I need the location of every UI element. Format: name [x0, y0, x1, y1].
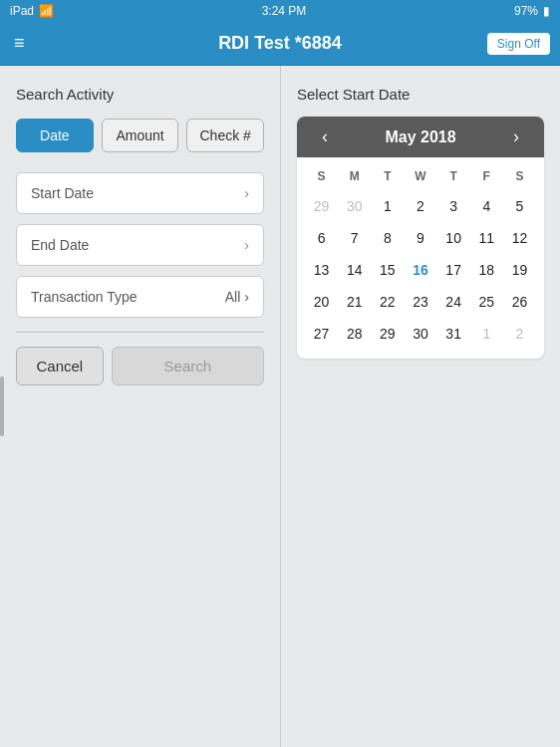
calendar-day[interactable]: 19 — [503, 255, 536, 285]
calendar-day[interactable]: 3 — [437, 191, 470, 221]
calendar-day[interactable]: 27 — [305, 319, 338, 349]
calendar-day[interactable]: 22 — [371, 287, 404, 317]
dow-wed: W — [404, 165, 436, 187]
calendar-week-3: 13141516171819 — [305, 255, 536, 285]
tab-check[interactable]: Check # — [186, 119, 264, 152]
divider — [16, 332, 264, 333]
calendar-day[interactable]: 20 — [305, 287, 338, 317]
calendar-week-1: 293012345 — [305, 191, 536, 221]
calendar-day[interactable]: 8 — [371, 223, 404, 253]
search-type-tabs: Date Amount Check # — [16, 119, 264, 152]
transaction-type-label: Transaction Type — [31, 289, 138, 305]
transaction-type-value: All › — [225, 289, 249, 305]
calendar-day[interactable]: 24 — [437, 287, 470, 317]
status-bar: iPad 📶 3:24 PM 97% ▮ — [0, 0, 560, 22]
days-of-week-row: S M T W T F S — [305, 165, 536, 187]
calendar-day[interactable]: 1 — [371, 191, 404, 221]
calendar-day[interactable]: 31 — [437, 319, 470, 349]
dow-sun: S — [305, 165, 338, 187]
tab-date[interactable]: Date — [16, 119, 94, 152]
calendar-day[interactable]: 10 — [437, 223, 470, 253]
end-date-label: End Date — [31, 237, 89, 253]
calendar-day[interactable]: 15 — [371, 255, 404, 285]
calendar-header: ‹ May 2018 › — [297, 117, 544, 157]
dow-tue: T — [371, 165, 404, 187]
calendar-month-year: May 2018 — [385, 128, 455, 146]
action-buttons: Cancel Search — [16, 347, 264, 385]
main-content: Search Activity Date Amount Check # Star… — [0, 66, 560, 747]
calendar-day[interactable]: 26 — [503, 287, 536, 317]
calendar-day[interactable]: 30 — [338, 191, 371, 221]
calendar-day[interactable]: 4 — [470, 191, 503, 221]
header-title: RDI Test *6884 — [218, 33, 342, 54]
calendar-day[interactable]: 2 — [404, 191, 436, 221]
calendar: ‹ May 2018 › S M T W T F S 2930123456789… — [297, 117, 544, 359]
calendar-day[interactable]: 11 — [470, 223, 503, 253]
battery-icon: ▮ — [543, 4, 550, 18]
calendar-week-5: 272829303112 — [305, 319, 536, 349]
tab-amount[interactable]: Amount — [102, 119, 179, 152]
calendar-day[interactable]: 17 — [437, 255, 470, 285]
calendar-day[interactable]: 1 — [470, 319, 503, 349]
calendar-day[interactable]: 29 — [305, 191, 338, 221]
sign-off-button[interactable]: Sign Off — [487, 33, 550, 55]
wifi-icon: 📶 — [39, 4, 54, 18]
transaction-type-chevron-icon: › — [244, 289, 249, 305]
calendar-day[interactable]: 12 — [503, 223, 536, 253]
dow-fri: F — [470, 165, 503, 187]
calendar-day[interactable]: 28 — [338, 319, 371, 349]
calendar-weeks: 2930123456789101112131415161718192021222… — [305, 191, 536, 349]
dow-thu: T — [437, 165, 470, 187]
left-handle — [0, 376, 4, 436]
prev-month-button[interactable]: ‹ — [313, 126, 337, 147]
right-panel: Select Start Date ‹ May 2018 › S M T W T… — [281, 66, 560, 747]
calendar-day[interactable]: 16 — [404, 255, 436, 285]
start-date-label: Start Date — [31, 185, 94, 201]
calendar-day[interactable]: 13 — [305, 255, 338, 285]
calendar-day[interactable]: 9 — [404, 223, 436, 253]
start-date-field[interactable]: Start Date › — [16, 172, 264, 214]
search-activity-title: Search Activity — [16, 86, 264, 103]
menu-icon[interactable]: ≡ — [14, 33, 25, 54]
device-label: iPad — [10, 4, 34, 18]
calendar-day[interactable]: 18 — [470, 255, 503, 285]
calendar-day[interactable]: 29 — [371, 319, 404, 349]
calendar-day[interactable]: 5 — [503, 191, 536, 221]
next-month-button[interactable]: › — [504, 126, 528, 147]
calendar-day[interactable]: 6 — [305, 223, 338, 253]
app-header: ≡ RDI Test *6884 Sign Off — [0, 22, 560, 66]
calendar-section-title: Select Start Date — [297, 86, 544, 103]
calendar-day[interactable]: 7 — [338, 223, 371, 253]
dow-sat: S — [503, 165, 536, 187]
status-right: 97% ▮ — [514, 4, 550, 18]
calendar-week-2: 6789101112 — [305, 223, 536, 253]
calendar-day[interactable]: 2 — [503, 319, 536, 349]
time-display: 3:24 PM — [262, 4, 307, 18]
left-panel: Search Activity Date Amount Check # Star… — [0, 66, 281, 747]
dow-mon: M — [338, 165, 371, 187]
calendar-day[interactable]: 25 — [470, 287, 503, 317]
calendar-week-4: 20212223242526 — [305, 287, 536, 317]
battery-percent: 97% — [514, 4, 538, 18]
calendar-day[interactable]: 14 — [338, 255, 371, 285]
start-date-chevron-icon: › — [244, 185, 249, 201]
calendar-day[interactable]: 21 — [338, 287, 371, 317]
search-button[interactable]: Search — [112, 347, 264, 385]
transaction-type-field[interactable]: Transaction Type All › — [16, 276, 264, 318]
end-date-field[interactable]: End Date › — [16, 224, 264, 266]
cancel-button[interactable]: Cancel — [16, 347, 104, 385]
status-left: iPad 📶 — [10, 4, 54, 18]
calendar-day[interactable]: 30 — [404, 319, 436, 349]
calendar-day[interactable]: 23 — [404, 287, 436, 317]
end-date-chevron-icon: › — [244, 237, 249, 253]
calendar-grid: S M T W T F S 29301234567891011121314151… — [297, 157, 544, 359]
